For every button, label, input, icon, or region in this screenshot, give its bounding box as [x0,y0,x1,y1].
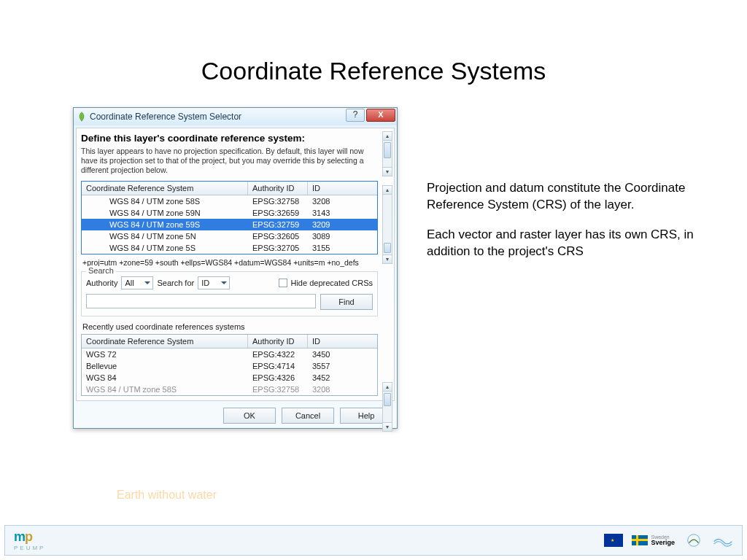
table-row[interactable]: WGS 84 / UTM zone 59NEPSG:326593143 [82,207,377,219]
side-text: Projection and datum constitute the Coor… [427,107,697,429]
col-id[interactable]: ID [308,182,352,195]
col-crs[interactable]: Coordinate Reference System [82,182,248,195]
authority-label: Authority [86,279,117,287]
table-row[interactable]: WGS 84 / UTM zone 58SEPSG:327583208 [82,384,377,395]
group-title: Search [86,266,116,275]
col-auth[interactable]: Authority ID [248,335,308,348]
app-icon [77,112,87,122]
watermark-text: Earth without water [117,489,217,502]
table-row[interactable]: WGS 72EPSG:43223450 [82,349,377,360]
slide-title: Coordinate Reference Systems [0,0,747,85]
footer: mp PEUMP SwedenSverige [4,525,743,556]
authority-combo[interactable]: All [121,276,153,289]
scrollbar[interactable]: ▴▾ [382,131,392,176]
table-row[interactable]: WGS 84 / UTM zone 58SEPSG:327583208 [82,195,377,207]
search-input[interactable] [86,294,316,308]
ok-button[interactable]: OK [223,408,276,424]
find-button[interactable]: Find [320,294,373,310]
help-icon[interactable]: ? [346,109,365,122]
side-p1: Projection and datum constitute the Coor… [427,180,697,214]
dialog-description: This layer appears to have no projection… [81,147,390,175]
spc-icon [713,532,733,548]
searchfor-combo[interactable]: ID [198,276,230,289]
titlebar[interactable]: Coordinate Reference System Selector ? X [74,108,397,125]
scrollbar[interactable]: ▴▾ [382,185,392,264]
recent-table: Coordinate Reference System Authority ID… [81,334,378,396]
col-id[interactable]: ID [308,335,352,348]
sweden-flag-icon [632,535,648,545]
crs-table: Coordinate Reference System Authority ID… [81,181,378,254]
searchfor-label: Search for [157,279,194,287]
eu-flag-icon [604,534,623,547]
table-row-selected[interactable]: WGS 84 / UTM zone 59SEPSG:327593209 [82,219,377,230]
table-row[interactable]: BellevueEPSG:47143557 [82,360,377,372]
table-row[interactable]: WGS 84 / UTM zone 5NEPSG:326053089 [82,230,377,242]
cancel-button[interactable]: Cancel [282,408,334,424]
table-header: Coordinate Reference System Authority ID… [82,182,377,195]
close-icon[interactable]: X [366,109,395,122]
side-p2: Each vector and raster layer has its own… [427,227,697,260]
pacific-community-icon [684,532,704,548]
table-header: Coordinate Reference System Authority ID… [82,335,377,349]
crs-selector-dialog: Coordinate Reference System Selector ? X… [73,107,398,429]
proj-string: +proj=utm +zone=59 +south +ellps=WGS84 +… [82,258,388,267]
col-auth[interactable]: Authority ID [248,182,308,195]
table-row[interactable]: WGS 84 / UTM zone 5SEPSG:327053155 [82,242,377,254]
scrollbar[interactable]: ▴▾ [382,382,392,432]
col-crs[interactable]: Coordinate Reference System [82,335,248,348]
recent-label: Recently used coordinate references syst… [82,322,390,331]
table-row[interactable]: WGS 84EPSG:43263452 [82,372,377,384]
titlebar-text: Coordinate Reference System Selector [90,112,241,122]
svg-point-0 [688,534,700,547]
hide-deprecated[interactable]: Hide deprecated CRSs [279,279,373,287]
sverige-logo: SwedenSverige [632,534,675,546]
search-group: Search Authority All Search for ID Hide … [81,271,378,316]
dialog-heading: Define this layer's coordinate reference… [81,133,390,144]
checkbox-icon[interactable] [279,279,287,287]
peump-logo: mp PEUMP [14,529,45,551]
